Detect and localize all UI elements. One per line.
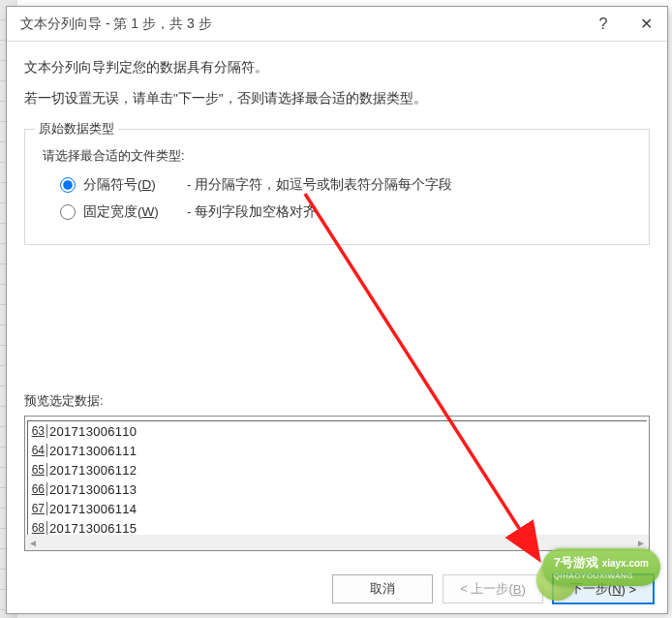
scroll-right-icon[interactable]: ► [636, 538, 646, 548]
preview-row-value: 201713006115 [47, 521, 137, 536]
preview-row: 67201713006114 [28, 499, 647, 518]
text-to-columns-wizard-dialog: 文本分列向导 - 第 1 步，共 3 步 ? ✕ 文本分列向导判定您的数据具有分… [6, 6, 668, 614]
next-button[interactable]: 下一步(N) > [553, 574, 654, 603]
preview-inner: 6320171300611064201713006111652017130061… [27, 420, 647, 538]
dialog-content: 文本分列向导判定您的数据具有分隔符。 若一切设置无误，请单击"下一步"，否则请选… [7, 42, 667, 561]
preview-row-number: 68 [28, 521, 47, 535]
radio-delimited-desc: - 用分隔字符，如逗号或制表符分隔每个字段 [187, 176, 452, 194]
radio-delimited-label: 分隔符号(D) [83, 176, 175, 194]
data-preview-box: 6320171300611064201713006111652017130061… [24, 416, 650, 551]
preview-row-value: 201713006114 [47, 502, 137, 516]
button-row: 取消 < 上一步(B) 下一步(N) > [7, 561, 667, 613]
close-button[interactable]: ✕ [625, 15, 667, 33]
dialog-title: 文本分列向导 - 第 1 步，共 3 步 [20, 15, 582, 33]
radio-delimited[interactable]: 分隔符号(D) - 用分隔字符，如逗号或制表符分隔每个字段 [60, 176, 631, 194]
preview-row-number: 67 [28, 502, 47, 515]
intro-line-2: 若一切设置无误，请单击"下一步"，否则请选择最合适的数据类型。 [24, 90, 650, 108]
radio-fixed-width[interactable]: 固定宽度(W) - 每列字段加空格对齐 [60, 203, 631, 221]
preview-label: 预览选定数据: [24, 392, 650, 410]
intro-line-1: 文本分列向导判定您的数据具有分隔符。 [24, 59, 650, 77]
preview-row-value: 201713006110 [47, 424, 137, 439]
preview-horizontal-scrollbar[interactable]: ◄ ► [25, 535, 649, 550]
preview-row-number: 65 [28, 463, 47, 477]
help-button[interactable]: ? [582, 15, 625, 33]
preview-row: 65201713006112 [28, 460, 647, 479]
original-data-type-fieldset: 原始数据类型 请选择最合适的文件类型: 分隔符号(D) - 用分隔字符，如逗号或… [24, 129, 650, 245]
preview-row-value: 201713006112 [47, 463, 137, 478]
preview-row: 64201713006111 [28, 441, 647, 460]
preview-row-number: 63 [28, 424, 47, 438]
radio-fixed-width-input[interactable] [60, 204, 76, 220]
choose-file-type-prompt: 请选择最合适的文件类型: [43, 147, 631, 165]
preview-row-number: 64 [28, 444, 47, 457]
preview-row-number: 66 [28, 482, 47, 496]
cancel-button[interactable]: 取消 [332, 574, 433, 603]
preview-row: 66201713006113 [28, 479, 647, 499]
radio-fixed-width-desc: - 每列字段加空格对齐 [187, 203, 317, 221]
preview-row-value: 201713006113 [47, 482, 137, 497]
titlebar: 文本分列向导 - 第 1 步，共 3 步 ? ✕ [7, 7, 667, 42]
preview-row: 63201713006110 [28, 421, 647, 441]
scroll-left-icon[interactable]: ◄ [28, 538, 38, 548]
preview-row-value: 201713006111 [47, 444, 137, 458]
spacer [24, 245, 650, 375]
radio-fixed-width-label: 固定宽度(W) [83, 203, 175, 221]
fieldset-legend: 原始数据类型 [35, 120, 118, 138]
radio-delimited-input[interactable] [60, 177, 76, 193]
back-button: < 上一步(B) [443, 574, 543, 603]
